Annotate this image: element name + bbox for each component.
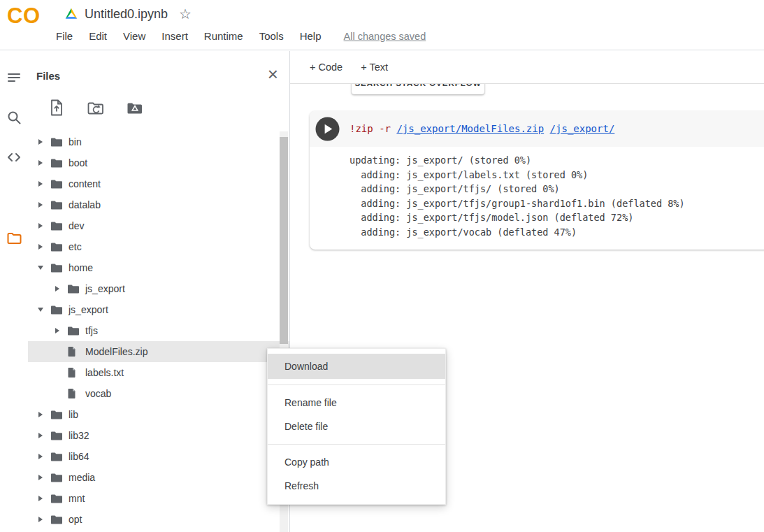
notebook-title[interactable]: Untitled0.ipynb bbox=[85, 7, 168, 22]
tree-item-lib[interactable]: lib bbox=[28, 404, 289, 425]
add-text-button[interactable]: + Text bbox=[361, 62, 388, 73]
files-scrollbar-thumb[interactable] bbox=[280, 137, 288, 344]
expand-arrow-icon[interactable] bbox=[34, 236, 48, 257]
folder-icon bbox=[50, 263, 63, 273]
tree-item-lib64[interactable]: lib64 bbox=[28, 446, 289, 467]
context-menu-copy-path[interactable]: Copy path bbox=[268, 450, 445, 474]
output-line: adding: js_export/tfjs/group1-shard1of1.… bbox=[349, 196, 764, 211]
file-browser-button[interactable] bbox=[6, 230, 22, 247]
arrow-spacer bbox=[50, 362, 64, 383]
tree-item-boot[interactable]: boot bbox=[28, 152, 289, 173]
collapse-arrow-icon[interactable] bbox=[34, 299, 48, 320]
run-cell-button[interactable] bbox=[315, 117, 340, 141]
save-status[interactable]: All changes saved bbox=[344, 31, 426, 42]
folder-icon bbox=[50, 452, 63, 462]
expand-arrow-icon[interactable] bbox=[50, 320, 64, 341]
folder-icon bbox=[50, 305, 63, 315]
expand-arrow-icon[interactable] bbox=[50, 278, 64, 299]
expand-arrow-icon[interactable] bbox=[34, 425, 48, 446]
tree-item-label: content bbox=[69, 178, 101, 189]
tree-item-label: etc bbox=[69, 241, 82, 252]
tree-item-label: tfjs bbox=[85, 325, 98, 336]
tree-item-datalab[interactable]: datalab bbox=[28, 194, 289, 215]
menu-divider bbox=[268, 384, 445, 385]
tree-item-label: labels.txt bbox=[85, 367, 124, 378]
upload-icon bbox=[48, 107, 66, 119]
code-line[interactable]: !zip -r /js_export/ModelFiles.zip /js_ex… bbox=[349, 111, 614, 147]
folder-icon bbox=[50, 410, 63, 420]
expand-arrow-icon[interactable] bbox=[34, 404, 48, 425]
expand-arrow-icon[interactable] bbox=[34, 446, 48, 467]
tree-item-content[interactable]: content bbox=[28, 173, 289, 194]
expand-arrow-icon[interactable] bbox=[34, 131, 48, 152]
expand-arrow-icon[interactable] bbox=[34, 152, 48, 173]
upload-button[interactable] bbox=[48, 99, 66, 117]
tree-item-label: bin bbox=[69, 136, 82, 148]
expand-arrow-icon[interactable] bbox=[34, 215, 48, 236]
file-icon bbox=[67, 346, 80, 357]
colab-app: CO Untitled0.ipynb ☆ FileEditViewInsertR… bbox=[0, 0, 764, 532]
search-button[interactable] bbox=[6, 109, 22, 126]
colab-logo[interactable]: CO bbox=[7, 3, 41, 29]
tree-item-label: js_export bbox=[85, 283, 125, 294]
drive-icon bbox=[64, 7, 78, 21]
tree-item-tfjs[interactable]: tfjs bbox=[28, 320, 289, 341]
tree-item-ModelFiles.zip[interactable]: ModelFiles.zip bbox=[28, 341, 289, 362]
add-code-button[interactable]: + Code bbox=[310, 62, 343, 73]
star-icon[interactable]: ☆ bbox=[179, 6, 192, 22]
output-line: updating: js_export/ (stored 0%) bbox=[349, 153, 764, 168]
tree-item-home[interactable]: home bbox=[28, 257, 289, 278]
code-token: /js_export/ bbox=[550, 123, 615, 134]
menu-file[interactable]: File bbox=[56, 30, 73, 42]
menu-tools[interactable]: Tools bbox=[259, 30, 284, 42]
tree-item-etc[interactable]: etc bbox=[28, 236, 289, 257]
context-menu-download[interactable]: Download bbox=[268, 354, 445, 379]
tree-item-label: vocab bbox=[85, 388, 111, 399]
context-menu-rename-file[interactable]: Rename file bbox=[268, 391, 445, 415]
tree-item-lib32[interactable]: lib32 bbox=[28, 425, 289, 446]
tree-item-labels.txt[interactable]: labels.txt bbox=[28, 362, 289, 383]
context-menu-delete-file[interactable]: Delete file bbox=[268, 415, 445, 438]
files-panel: Files × bbox=[28, 51, 289, 532]
folder-icon bbox=[67, 326, 80, 336]
menubar: FileEditViewInsertRuntimeToolsHelp All c… bbox=[56, 30, 426, 42]
expand-arrow-icon[interactable] bbox=[34, 194, 48, 215]
tree-item-opt[interactable]: opt bbox=[28, 509, 289, 530]
menu-runtime[interactable]: Runtime bbox=[204, 30, 243, 42]
collapse-arrow-icon[interactable] bbox=[34, 257, 48, 278]
tree-item-js_export[interactable]: js_export bbox=[28, 278, 289, 299]
mount-drive-button[interactable] bbox=[126, 99, 144, 117]
tree-item-label: opt bbox=[69, 514, 82, 525]
tree-item-mnt[interactable]: mnt bbox=[28, 488, 289, 509]
close-icon[interactable]: × bbox=[268, 65, 278, 83]
tree-item-dev[interactable]: dev bbox=[28, 215, 289, 236]
expand-arrow-icon[interactable] bbox=[34, 509, 48, 530]
tree-item-label: boot bbox=[69, 157, 87, 168]
expand-arrow-icon[interactable] bbox=[34, 173, 48, 194]
menu-insert[interactable]: Insert bbox=[161, 30, 188, 42]
file-icon bbox=[67, 367, 80, 378]
output-line: adding: js_export/vocab (deflated 47%) bbox=[349, 225, 764, 240]
context-menu-refresh[interactable]: Refresh bbox=[268, 474, 445, 498]
expand-arrow-icon[interactable] bbox=[34, 488, 48, 509]
folder-icon bbox=[50, 242, 63, 252]
tree-item-js_export[interactable]: js_export bbox=[28, 299, 289, 320]
menu-edit[interactable]: Edit bbox=[89, 30, 107, 42]
refresh-button[interactable] bbox=[87, 99, 105, 117]
search-stack-overflow-button[interactable]: SEARCH STACK OVERFLOW bbox=[352, 84, 484, 94]
table-of-contents-button[interactable] bbox=[6, 69, 22, 86]
app-header: CO Untitled0.ipynb ☆ FileEditViewInsertR… bbox=[0, 0, 764, 50]
folder-icon bbox=[6, 237, 22, 249]
tree-item-vocab[interactable]: vocab bbox=[28, 383, 289, 404]
file-context-menu: DownloadRename fileDelete fileCopy pathR… bbox=[267, 348, 446, 505]
tree-item-label: mnt bbox=[69, 493, 85, 504]
code-editor[interactable]: !zip -r /js_export/ModelFiles.zip /js_ex… bbox=[310, 111, 764, 147]
folder-icon bbox=[67, 284, 80, 294]
menu-view[interactable]: View bbox=[123, 30, 145, 42]
tree-item-bin[interactable]: bin bbox=[28, 131, 289, 152]
code-snippets-button[interactable] bbox=[6, 149, 22, 166]
expand-arrow-icon[interactable] bbox=[34, 467, 48, 488]
output-line: adding: js_export/labels.txt (stored 0%) bbox=[349, 168, 764, 182]
tree-item-media[interactable]: media bbox=[28, 467, 289, 488]
menu-help[interactable]: Help bbox=[300, 30, 322, 42]
